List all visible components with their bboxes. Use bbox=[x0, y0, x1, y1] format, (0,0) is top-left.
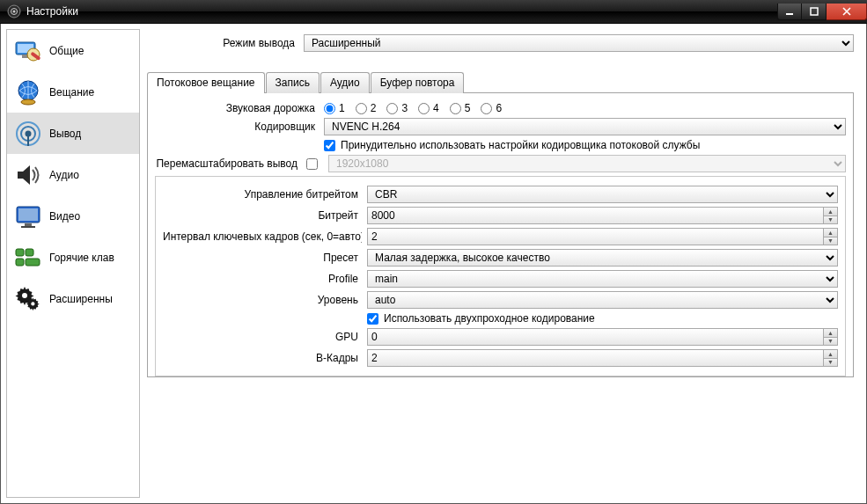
svg-point-2 bbox=[13, 11, 16, 13]
track-3[interactable]: 3 bbox=[386, 102, 408, 114]
preset-label: Пресет bbox=[163, 252, 362, 264]
track-2[interactable]: 2 bbox=[356, 102, 377, 114]
spinner-up-icon[interactable]: ▲ bbox=[824, 208, 837, 216]
sidebar-item-audio[interactable]: Аудио bbox=[7, 154, 139, 195]
encoder-label: Кодировщик bbox=[155, 121, 319, 133]
broadcast-icon bbox=[14, 120, 42, 148]
spinner-up-icon[interactable]: ▲ bbox=[824, 329, 837, 338]
svg-rect-4 bbox=[811, 8, 818, 15]
rescale-checkbox[interactable] bbox=[306, 158, 318, 170]
sidebar-item-label: Вещание bbox=[49, 86, 94, 99]
track-1[interactable]: 1 bbox=[324, 102, 345, 114]
preset-select[interactable]: Малая задержка, высокое качество bbox=[367, 249, 838, 267]
monitor-icon bbox=[14, 202, 42, 230]
svg-rect-21 bbox=[26, 249, 33, 256]
svg-point-11 bbox=[21, 99, 35, 105]
output-tabs: Потоковое вещание Запись Аудио Буфер пов… bbox=[147, 71, 854, 92]
minimize-button[interactable] bbox=[777, 4, 802, 20]
output-mode-label: Режим вывода bbox=[147, 37, 298, 49]
spinner-up-icon[interactable]: ▲ bbox=[824, 350, 837, 359]
track-1-radio[interactable] bbox=[324, 103, 335, 114]
speaker-icon bbox=[14, 161, 42, 189]
enforce-encoder-checkbox[interactable] bbox=[324, 140, 335, 151]
bitrate-spinner[interactable]: ▲▼ bbox=[367, 207, 838, 224]
tab-streaming[interactable]: Потоковое вещание bbox=[147, 72, 265, 93]
bframes-label: B-Кадры bbox=[163, 352, 362, 364]
tab-replay-buffer[interactable]: Буфер повтора bbox=[371, 72, 465, 93]
gpu-spinner[interactable]: ▲▼ bbox=[367, 328, 838, 346]
sidebar-item-label: Вывод bbox=[49, 128, 81, 140]
bitrate-label: Битрейт bbox=[163, 209, 362, 222]
track-5[interactable]: 5 bbox=[450, 102, 471, 114]
spinner-down-icon[interactable]: ▼ bbox=[824, 216, 837, 224]
sidebar-item-label: Горячие клав bbox=[49, 252, 114, 264]
sidebar-item-label: Видео bbox=[49, 210, 80, 223]
profile-select[interactable]: main bbox=[367, 270, 838, 288]
rescale-label: Перемасштабировать вывод bbox=[155, 157, 301, 170]
svg-rect-20 bbox=[16, 249, 24, 256]
bframes-spinner[interactable]: ▲▼ bbox=[367, 349, 838, 367]
close-button[interactable] bbox=[827, 4, 867, 20]
audio-track-label: Звуковая дорожка bbox=[155, 102, 319, 114]
svg-rect-22 bbox=[16, 259, 24, 266]
enforce-encoder-label: Принудительно использовать настройки код… bbox=[341, 139, 700, 151]
sidebar-item-advanced[interactable]: Расширенны bbox=[7, 278, 139, 319]
streaming-panel: Звуковая дорожка 1 2 3 4 5 6 Кодировщик … bbox=[147, 92, 854, 377]
track-6-radio[interactable] bbox=[481, 103, 492, 114]
spinner-down-icon[interactable]: ▼ bbox=[824, 338, 837, 346]
client-area: Общие Вещание Вывод Аудио Видео bbox=[0, 24, 867, 504]
globe-icon bbox=[14, 78, 42, 106]
svg-rect-18 bbox=[25, 223, 32, 226]
output-mode-select[interactable]: Расширенный bbox=[304, 34, 854, 52]
level-select[interactable]: auto bbox=[367, 291, 838, 309]
encoder-select[interactable]: NVENC H.264 bbox=[324, 118, 846, 135]
sidebar-item-output[interactable]: Вывод bbox=[7, 113, 139, 154]
main-panel: Режим вывода Расширенный Потоковое вещан… bbox=[140, 29, 861, 498]
sidebar-item-hotkeys[interactable]: Горячие клав bbox=[7, 237, 139, 278]
tab-recording[interactable]: Запись bbox=[266, 72, 320, 93]
twopass-checkbox[interactable] bbox=[367, 313, 378, 325]
gpu-label: GPU bbox=[163, 331, 362, 343]
track-3-radio[interactable] bbox=[386, 103, 398, 114]
spinner-down-icon[interactable]: ▼ bbox=[824, 237, 837, 245]
settings-sidebar: Общие Вещание Вывод Аудио Видео bbox=[6, 29, 140, 498]
svg-point-25 bbox=[31, 302, 34, 305]
tab-audio[interactable]: Аудио bbox=[320, 72, 370, 93]
titlebar: Настройки bbox=[0, 0, 867, 24]
track-6[interactable]: 6 bbox=[481, 102, 502, 114]
rate-control-label: Управление битрейтом bbox=[163, 188, 362, 201]
sidebar-item-video[interactable]: Видео bbox=[7, 195, 139, 237]
audio-track-group: 1 2 3 4 5 6 bbox=[324, 102, 846, 114]
sidebar-item-label: Общие bbox=[49, 45, 84, 57]
rate-control-select[interactable]: CBR bbox=[367, 186, 838, 203]
bframes-input[interactable] bbox=[368, 350, 823, 366]
track-4-radio[interactable] bbox=[418, 103, 430, 114]
keyint-input[interactable] bbox=[368, 229, 823, 245]
wrench-monitor-icon bbox=[14, 37, 42, 65]
sidebar-item-label: Расширенны bbox=[49, 293, 113, 305]
twopass-label: Использовать двухпроходное кодирование bbox=[384, 312, 595, 325]
svg-rect-19 bbox=[21, 226, 35, 228]
level-label: Уровень bbox=[163, 294, 362, 306]
keyint-spinner[interactable]: ▲▼ bbox=[367, 228, 838, 245]
sidebar-item-label: Аудио bbox=[49, 169, 79, 181]
svg-rect-3 bbox=[786, 13, 793, 15]
track-2-radio[interactable] bbox=[356, 103, 367, 114]
track-5-radio[interactable] bbox=[450, 103, 461, 114]
app-icon bbox=[7, 4, 21, 18]
sidebar-item-stream[interactable]: Вещание bbox=[7, 71, 139, 113]
svg-point-24 bbox=[22, 293, 27, 298]
keyboard-icon bbox=[14, 244, 42, 272]
keyint-label: Интервал ключевых кадров (сек, 0=авто) bbox=[163, 230, 362, 243]
rescale-select[interactable]: 1920x1080 bbox=[328, 155, 846, 172]
profile-label: Profile bbox=[163, 273, 362, 285]
gears-icon bbox=[14, 285, 42, 313]
maximize-button[interactable] bbox=[802, 4, 827, 20]
sidebar-item-general[interactable]: Общие bbox=[7, 30, 139, 71]
track-4[interactable]: 4 bbox=[418, 102, 439, 114]
gpu-input[interactable] bbox=[368, 329, 823, 345]
spinner-down-icon[interactable]: ▼ bbox=[824, 359, 837, 367]
spinner-up-icon[interactable]: ▲ bbox=[824, 229, 837, 237]
encoder-settings-group: Управление битрейтом CBR Битрейт ▲▼ Инте… bbox=[155, 176, 846, 376]
bitrate-input[interactable] bbox=[368, 208, 823, 223]
